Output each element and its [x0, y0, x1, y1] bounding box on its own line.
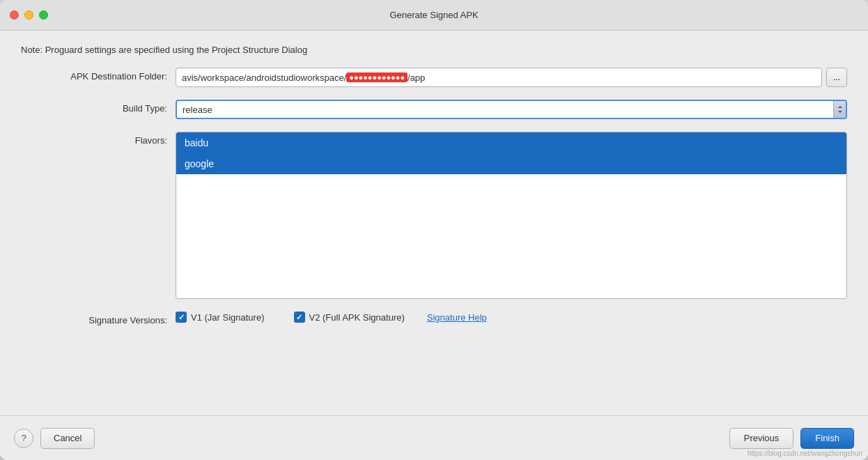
v2-checkbox[interactable] [294, 312, 305, 323]
close-button[interactable] [10, 10, 19, 20]
cancel-button[interactable]: Cancel [40, 428, 95, 449]
apk-destination-input[interactable]: avis/workspace/androidstudioworkspace/●●… [176, 68, 822, 87]
build-type-value: release [183, 105, 212, 115]
flavor-item-google[interactable]: google [176, 153, 846, 174]
build-type-control: release [176, 100, 847, 119]
build-type-row: Build Type: release [21, 100, 847, 119]
path-text-after: /app [408, 72, 425, 83]
minimize-button[interactable] [24, 10, 33, 20]
title-bar: Generate Signed APK [0, 0, 868, 31]
window-title: Generate Signed APK [389, 10, 478, 20]
finish-button[interactable]: Finish [800, 428, 854, 449]
help-button[interactable]: ? [14, 429, 33, 448]
path-text-before: avis/workspace/androidstudioworkspace/ [182, 72, 346, 83]
traffic-lights [10, 10, 48, 20]
flavors-row: Flavors: baidu google [21, 132, 847, 299]
maximize-button[interactable] [39, 10, 48, 20]
browse-button[interactable]: ... [826, 68, 847, 87]
flavor-item-baidu[interactable]: baidu [176, 132, 846, 153]
v1-checkbox[interactable] [176, 312, 187, 323]
previous-button[interactable]: Previous [729, 428, 794, 449]
signature-help-link[interactable]: Signature Help [427, 312, 487, 323]
v2-checkbox-wrapper[interactable]: V2 (Full APK Signature) [294, 312, 405, 323]
signature-versions-control: V1 (Jar Signature) V2 (Full APK Signatur… [176, 312, 847, 323]
flavors-label: Flavors: [21, 132, 167, 146]
signature-versions-row: Signature Versions: V1 (Jar Signature) V… [21, 312, 847, 325]
apk-destination-control: avis/workspace/androidstudioworkspace/●●… [176, 68, 847, 87]
v1-label: V1 (Jar Signature) [191, 312, 265, 323]
bottom-bar: ? Cancel Previous Finish [0, 415, 868, 460]
build-type-select[interactable]: release [176, 100, 847, 119]
v2-label: V2 (Full APK Signature) [309, 312, 405, 323]
select-arrow-icon [833, 101, 846, 118]
main-window: Generate Signed APK Note: Proguard setti… [0, 0, 868, 460]
v1-checkbox-wrapper[interactable]: V1 (Jar Signature) [176, 312, 265, 323]
svg-marker-1 [838, 111, 842, 113]
signature-versions-label: Signature Versions: [21, 312, 167, 325]
svg-marker-0 [838, 106, 842, 108]
content-area: Note: Proguard settings are specified us… [0, 31, 868, 415]
apk-destination-label: APK Destination Folder: [21, 68, 167, 82]
watermark: https://blog.csdn.net/wangzhongshun [747, 450, 862, 457]
build-type-label: Build Type: [21, 100, 167, 114]
flavors-list: baidu google [176, 132, 847, 299]
flavors-control: baidu google [176, 132, 847, 299]
apk-destination-row: APK Destination Folder: avis/workspace/a… [21, 68, 847, 87]
note-text: Note: Proguard settings are specified us… [21, 45, 847, 55]
path-redacted: ●●●●●●●●●●●● [346, 72, 408, 82]
